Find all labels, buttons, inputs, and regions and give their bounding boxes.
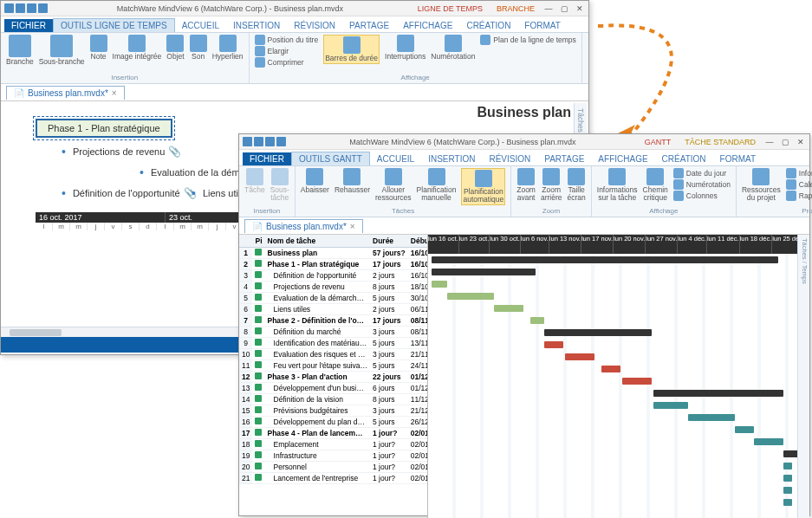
context-tab-branch[interactable]: BRANCHE (491, 3, 540, 14)
gantt-bar[interactable] (544, 329, 652, 336)
table-row[interactable]: 11 Feu vert pour l'étape suiva…5 jours24… (239, 360, 428, 372)
btn-rapports[interactable]: Rapports (786, 191, 812, 201)
maximize-icon[interactable]: ▢ (780, 138, 790, 146)
table-row[interactable]: 10 Evaluation des risques et …3 jours21/… (239, 349, 428, 360)
table-row[interactable]: 9 Identification des matériau…5 jours13/… (239, 338, 428, 349)
btn-note[interactable]: Note (90, 35, 107, 61)
table-row[interactable]: 13 Développement d'un busi…6 jours01/12/… (239, 383, 428, 394)
table-row[interactable]: 21 Lancement de l'entreprise1 jour?02/01… (239, 473, 428, 484)
gantt-bar[interactable] (494, 305, 523, 312)
close-icon[interactable]: ✕ (575, 4, 585, 13)
table-row[interactable]: 7Phase 2 - Définition de l'o…17 jours08/… (239, 315, 428, 327)
gantt-bar[interactable] (783, 450, 797, 457)
table-row[interactable]: 8 Définition du marché3 jours08/11/2017 (239, 327, 428, 338)
gantt-bar[interactable] (783, 487, 792, 494)
btn-branche[interactable]: Branche (6, 35, 34, 66)
task-grid[interactable]: Pi Nom de tâche Durée Début 1Business pl… (239, 235, 428, 518)
btn-son[interactable]: Son (190, 35, 207, 61)
gantt-bar[interactable] (688, 414, 735, 421)
tab-insert[interactable]: INSERTION (421, 152, 482, 165)
close-doc-icon[interactable]: × (350, 222, 355, 231)
tab-review[interactable]: RÉVISION (482, 152, 537, 165)
btn-position-titre[interactable]: Position du titre (255, 35, 319, 45)
btn-chemin-critique[interactable]: Chemin critique (643, 168, 668, 202)
qat[interactable] (243, 137, 286, 146)
btn-elargir[interactable]: Elargir (255, 46, 319, 56)
btn-numerotation[interactable]: Numérotation (431, 35, 475, 61)
btn-hyperlien[interactable]: Hyperlien (212, 35, 244, 61)
table-row[interactable]: 18 Emplacement1 jour?02/01/2018 (239, 439, 428, 450)
gantt-bar[interactable] (447, 293, 494, 300)
gantt-bar[interactable] (565, 353, 594, 360)
context-tab-task[interactable]: TÂCHE STANDARD (679, 137, 761, 147)
btn-plan-timeline[interactable]: Plan de la ligne de temps (480, 35, 575, 45)
qat[interactable] (4, 3, 48, 13)
btn-rehausser[interactable]: Rehausser (335, 168, 370, 194)
tab-file[interactable]: FICHIER (4, 19, 53, 32)
table-row[interactable]: 16 Développement du plan d…5 jours26/12/… (239, 417, 428, 428)
node-phase1[interactable]: Phase 1 - Plan stratégique (36, 119, 172, 138)
btn-info-projet[interactable]: Informations sur le projet (786, 168, 812, 178)
tab-share[interactable]: PARTAGE (537, 152, 591, 165)
btn-ressources-projet[interactable]: Ressources du projet (742, 168, 781, 202)
table-row[interactable]: 17Phase 4 - Plan de lancem…1 jour?02/01/… (239, 428, 428, 439)
btn-sous-branche[interactable]: Sous-branche (39, 35, 85, 66)
tab-view[interactable]: AFFICHAGE (591, 152, 654, 165)
minimize-icon[interactable]: — (543, 4, 554, 13)
gantt-bar[interactable] (653, 390, 783, 397)
doc-tab[interactable]: 📄 Business plan.mvdx* × (6, 86, 125, 100)
gantt-bar[interactable] (653, 402, 688, 409)
tab-format[interactable]: FORMAT (517, 19, 567, 32)
table-row[interactable]: 5 Evaluation de la démarch…5 jours30/10/… (239, 293, 428, 304)
tab-share[interactable]: PARTAGE (342, 19, 396, 32)
btn-allouer-ressources[interactable]: Allouer ressources (375, 168, 412, 202)
tab-review[interactable]: RÉVISION (287, 19, 342, 32)
minimize-icon[interactable]: — (764, 138, 775, 146)
btn-date-jour[interactable]: Date du jour (673, 168, 731, 178)
maximize-icon[interactable]: ▢ (559, 4, 569, 13)
gantt-bar[interactable] (783, 475, 792, 482)
gantt-bar[interactable] (754, 438, 783, 445)
tab-home[interactable]: ACCUEIL (370, 152, 421, 165)
btn-taille-ecran[interactable]: Taille écran (568, 168, 586, 202)
close-icon[interactable]: ✕ (796, 138, 806, 146)
table-row[interactable]: 6 Liens utiles2 jours06/11/2017 (239, 304, 428, 315)
btn-zoom-avant[interactable]: Zoom avant (516, 168, 536, 202)
btn-info-tache[interactable]: Informations sur la tâche (597, 168, 638, 202)
btn-objet[interactable]: Objet (166, 35, 184, 61)
table-row[interactable]: 20 Personnel1 jour?02/01/2018 (239, 462, 428, 473)
gantt-bar[interactable] (544, 341, 563, 348)
tab-file[interactable]: FICHIER (243, 152, 291, 165)
table-row[interactable]: 1Business plan57 jours?16/10/2017 (239, 248, 428, 259)
btn-zoom-arriere[interactable]: Zoom arrière (541, 168, 562, 202)
btn-numerotation[interactable]: Numérotation (673, 179, 731, 190)
doc-tab[interactable]: 📄 Business plan.mvdx* × (244, 219, 363, 233)
btn-planification-auto[interactable]: Planification automatique (461, 168, 505, 205)
btn-interruptions[interactable]: Interruptions (385, 35, 425, 61)
btn-calendriers[interactable]: Calendriers du projet (786, 179, 812, 190)
gantt-bar[interactable] (783, 463, 792, 469)
table-row[interactable]: 14 Définition de la vision8 jours11/12/2… (239, 394, 428, 405)
context-tab-timeline[interactable]: LIGNE DE TEMPS (412, 3, 488, 14)
tab-create[interactable]: CRÉATION (459, 19, 517, 32)
tab-format[interactable]: FORMAT (713, 152, 763, 165)
table-row[interactable]: 4 Projections de revenu8 jours18/10/2017 (239, 282, 428, 293)
panel-taches[interactable]: Tâches / Temps (800, 235, 809, 518)
gantt-bar[interactable] (622, 378, 652, 385)
btn-image[interactable]: Image intégrée (113, 35, 162, 61)
table-row[interactable]: 2Phase 1 - Plan stratégique17 jours16/10… (239, 259, 428, 270)
gantt-bar[interactable] (783, 499, 792, 506)
tab-home[interactable]: ACCUEIL (175, 19, 226, 32)
gantt-bar[interactable] (432, 281, 447, 288)
btn-barres-duree[interactable]: Barres de durée (323, 35, 380, 64)
gantt-bar[interactable] (601, 366, 620, 372)
gantt-bar[interactable] (432, 256, 778, 263)
table-row[interactable]: 19 Infrastructure1 jour?02/01/2018 (239, 450, 428, 462)
tab-timeline-tools[interactable]: OUTILS LIGNE DE TEMPS (53, 18, 175, 32)
tab-insert[interactable]: INSERTION (226, 19, 287, 32)
tab-view[interactable]: AFFICHAGE (396, 19, 459, 32)
btn-colonnes[interactable]: Colonnes (673, 191, 731, 201)
close-doc-icon[interactable]: × (112, 88, 117, 98)
table-row[interactable]: 3 Définition de l'opportunité2 jours16/1… (239, 270, 428, 282)
gantt-bar[interactable] (530, 317, 544, 324)
